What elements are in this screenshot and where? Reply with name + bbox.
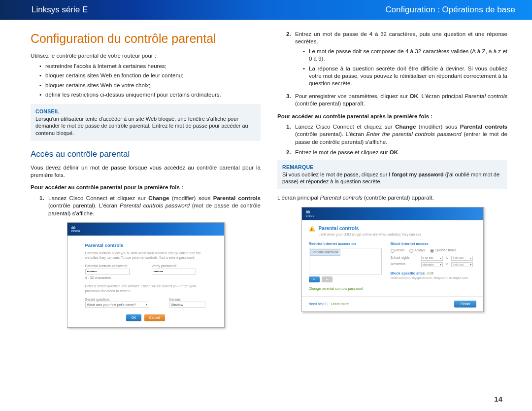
- cisco-logo: ılıılıcisco: [71, 226, 80, 233]
- text: Si vous oubliez le mot de passe, cliquez…: [282, 171, 389, 177]
- sub-item: La réponse à la question secrète doit êt…: [303, 65, 507, 88]
- text: (contrôle parental) apparaît.: [295, 101, 365, 106]
- intro-list: restreindre l'accès à Internet à certain…: [39, 63, 261, 99]
- bold: I forgot my password: [389, 171, 443, 177]
- text: Entrez le mot de passe et cliquez sur: [295, 149, 390, 155]
- time-select[interactable]: Midnight▾: [421, 262, 443, 267]
- ok-button[interactable]: OK: [126, 314, 141, 321]
- remark-box: REMARQUE Si vous oubliez le mot de passe…: [277, 160, 507, 190]
- ordered-list: 2. Entrez un mot de passe de 4 à 32 cara…: [286, 31, 507, 108]
- intro-item: bloquer certains sites Web de votre choi…: [39, 82, 261, 89]
- list-body: Lancez Cisco Connect et cliquez sur Chan…: [295, 123, 507, 146]
- answer-input[interactable]: Shadow: [169, 302, 205, 308]
- intro-item: bloquer certains sites Web en fonction d…: [39, 72, 261, 79]
- chevron-down-icon: ▾: [470, 256, 471, 260]
- page-number: 14: [494, 395, 502, 403]
- time-select[interactable]: 9:00 PM▾: [421, 256, 443, 261]
- intro-text: Utilisez le contrôle parental de votre r…: [31, 52, 261, 60]
- warning-icon: [309, 225, 316, 232]
- school-label: School nights: [391, 256, 418, 260]
- ordered-list: 1. Lancez Cisco Connect et cliquez sur C…: [286, 123, 507, 157]
- secret-q-label: Secret question:: [85, 297, 157, 302]
- text: Entrez un mot de passe de 4 à 32 caractè…: [295, 31, 507, 44]
- tip-title: CONSEIL: [35, 108, 256, 115]
- screenshot-password-dialog: ılıılıcisco Parental controls Parental c…: [67, 222, 225, 328]
- weekends-label: Weekends: [391, 262, 418, 267]
- text: Lancez Cisco Connect et cliquez sur: [295, 124, 395, 130]
- add-button[interactable]: +: [309, 276, 320, 282]
- mock-footer: Need help? | Learn more Finish: [302, 296, 483, 311]
- edit-link[interactable]: Edit: [428, 272, 433, 275]
- radio-label: Specific times: [435, 248, 456, 252]
- section-heading: Accès au contrôle parental: [31, 149, 261, 160]
- device-item[interactable]: Jordans-Notebook: [310, 249, 340, 256]
- list-body: Entrez le mot de passe et cliquez sur OK…: [295, 149, 507, 156]
- list-number: 2.: [286, 149, 295, 156]
- button-row: OK Cancel: [85, 314, 206, 321]
- remove-button[interactable]: −: [322, 276, 332, 282]
- bold: OK: [409, 93, 418, 99]
- tip-body: Lorsqu'un utilisateur tente d'accéder à …: [35, 115, 256, 137]
- list-number: 2.: [286, 31, 295, 90]
- list-body: Entrez un mot de passe de 4 à 32 caractè…: [295, 31, 507, 90]
- select-value: What was your first pet's name?: [87, 303, 136, 307]
- secret-desc: Enter a secret question and answer. Thes…: [85, 284, 206, 293]
- text: (contrôle parental). L'écran: [295, 131, 366, 137]
- intro-item: définir les restrictions ci-dessus uniqu…: [39, 91, 261, 99]
- list-item: 1. Lancez Cisco Connect et cliquez sur C…: [286, 123, 507, 146]
- text: (contrôle parental). L'écran: [48, 203, 120, 208]
- change-password-link[interactable]: Change parental controls password: [309, 286, 383, 291]
- chevron-down-icon: ▾: [146, 303, 147, 307]
- answer-label: Answer:: [169, 297, 206, 302]
- secret-q-select[interactable]: What was your first pet's name?▾: [85, 302, 149, 308]
- radio-label: Always: [414, 248, 425, 252]
- password-label: Parental controls password:: [85, 264, 140, 268]
- block-sites-heading: Block specific sites: [391, 271, 425, 275]
- chevron-down-icon: ▾: [440, 256, 441, 260]
- page-content: Configuration du contrôle parental Utili…: [0, 20, 532, 333]
- header-left: Linksys série E: [32, 5, 88, 15]
- mock-title: Parental controls: [85, 242, 206, 249]
- password-input[interactable]: ••••••••: [85, 269, 130, 274]
- bold: Parental controls: [460, 124, 507, 130]
- mock-title: Parental controls: [319, 225, 423, 232]
- list-number: 1.: [286, 123, 295, 146]
- tip-box: CONSEIL Lorsqu'un utilisateur tente d'ac…: [31, 104, 261, 141]
- hint: 4 - 32 characters: [85, 275, 140, 280]
- time-select[interactable]: 7:00 AM▾: [451, 256, 473, 261]
- bold: Change: [395, 124, 416, 130]
- verify-input[interactable]: ••••••••: [152, 269, 196, 274]
- radio-specific[interactable]: [430, 249, 434, 253]
- main-screen-text: L'écran principal Parental controls (con…: [277, 194, 507, 202]
- text: (modifier) sous: [416, 124, 460, 130]
- text: . L'écran principal: [418, 93, 465, 99]
- time-select[interactable]: 7:00 AM▾: [451, 262, 473, 267]
- cancel-button[interactable]: Cancel: [144, 314, 165, 321]
- finish-button[interactable]: Finish: [454, 301, 476, 308]
- italic: Enter the parental controls password: [366, 131, 462, 137]
- text: (contrôle parental) apparaît.: [363, 195, 434, 201]
- text: Pour enregistrer vos paramètres, cliquez…: [295, 93, 409, 99]
- mock-desc: Parental controls allow you to limit whe…: [85, 251, 206, 260]
- access-intro: Vous devez définir un mot de passe lorsq…: [31, 164, 261, 179]
- radio-never[interactable]: [391, 249, 395, 253]
- select-value: 7:00 AM: [453, 263, 464, 267]
- radio-always[interactable]: [409, 249, 413, 253]
- italic: Parental controls: [320, 195, 363, 201]
- mock-header: ılıılıcisco: [302, 207, 483, 220]
- list-number: 1.: [39, 195, 48, 217]
- device-listbox[interactable]: Jordans-Notebook: [309, 248, 382, 274]
- list-body: Pour enregistrer vos paramètres, cliquez…: [295, 93, 507, 108]
- need-help-link[interactable]: Need help?: [309, 302, 327, 306]
- bold: Parental controls: [213, 195, 261, 201]
- to-label: to: [446, 262, 448, 267]
- select-value: 7:00 AM: [453, 256, 464, 260]
- sub-item: Le mot de passe doit se composer de 4 à …: [303, 48, 507, 63]
- text: (modifier) sous: [169, 195, 213, 201]
- to-label: to: [446, 256, 448, 260]
- after-heading: Pour accéder au contrôle parental après …: [277, 113, 507, 120]
- verify-label: Verify password:: [152, 264, 206, 268]
- learn-more-link[interactable]: Learn more: [331, 302, 349, 306]
- chevron-down-icon: ▾: [470, 263, 471, 267]
- mock-body: Parental controls Limit when your childr…: [302, 220, 483, 296]
